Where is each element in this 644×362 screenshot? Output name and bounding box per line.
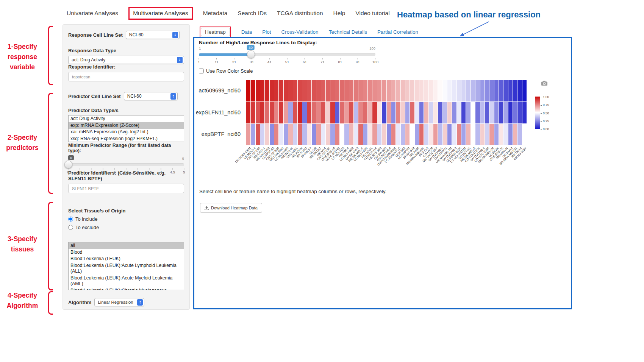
list-option[interactable]: Blood:Leukemia (LEUK):Acute Myeloid Leuk… <box>69 275 184 287</box>
heatmap-cell[interactable] <box>312 102 316 123</box>
heatmap-cell[interactable] <box>461 124 466 145</box>
heatmap-cell[interactable] <box>433 80 438 101</box>
heatmap-cell[interactable] <box>480 80 485 101</box>
heatmap-cell[interactable] <box>377 102 381 123</box>
heatmap-cell[interactable] <box>513 102 517 123</box>
heatmap-cell[interactable] <box>335 80 339 101</box>
heatmap-cell[interactable] <box>256 80 260 101</box>
heatmap-cell[interactable] <box>372 124 377 145</box>
heatmap-cell[interactable] <box>363 124 367 145</box>
heatmap-cell[interactable] <box>368 80 372 101</box>
heatmap-cell[interactable] <box>270 102 274 123</box>
heatmap-cell[interactable] <box>396 124 400 145</box>
heatmap-cell[interactable] <box>288 80 292 101</box>
predictor-data-type-list[interactable]: act: Drug Activityexp: mRNA Expression (… <box>68 115 184 142</box>
heatmap-cell[interactable] <box>372 80 377 101</box>
heatmap-cell[interactable] <box>344 124 349 145</box>
heatmap-cell[interactable] <box>251 124 255 145</box>
heatmap-cell[interactable] <box>340 80 344 101</box>
slider-handle[interactable] <box>64 161 72 169</box>
heatmap-cell[interactable] <box>471 124 475 145</box>
heatmap-cell[interactable] <box>429 124 433 145</box>
heatmap-cell[interactable] <box>522 102 527 123</box>
list-option[interactable]: xsq: RNA-seq Expression (log2 FPKM+1.) <box>69 136 184 142</box>
heatmap-cell[interactable] <box>513 80 517 101</box>
heatmap-cell[interactable] <box>485 80 489 101</box>
slider-track[interactable] <box>199 53 375 56</box>
heatmap-cell[interactable] <box>298 102 302 123</box>
heatmap-cell[interactable] <box>321 80 325 101</box>
heatmap-cell[interactable] <box>316 80 320 101</box>
heatmap-cell[interactable] <box>522 80 527 101</box>
heatmap-cell[interactable] <box>326 124 330 145</box>
slider-track[interactable] <box>68 163 184 166</box>
heatmap-cell[interactable] <box>452 124 456 145</box>
heatmap-cell[interactable] <box>517 80 522 101</box>
tissue-exclude-option[interactable]: To exclude <box>68 225 184 230</box>
list-option[interactable]: Blood:Leukemia (LEUK):Chronic Myelogenou… <box>69 287 184 290</box>
heatmap-cell[interactable] <box>489 80 494 101</box>
heatmap-row-label[interactable]: expSLFN11_nci60 <box>194 109 244 115</box>
heatmap-cell[interactable] <box>466 80 470 101</box>
predictor-cell-line-set-select[interactable]: NCI-60 ▲▼ <box>124 92 178 100</box>
heatmap-cell[interactable] <box>475 124 480 145</box>
heatmap-cell[interactable] <box>461 80 466 101</box>
heatmap-cell[interactable] <box>391 124 395 145</box>
camera-icon[interactable] <box>541 80 548 87</box>
response-identifier-input[interactable] <box>68 72 184 81</box>
heatmap-cell[interactable] <box>349 80 353 101</box>
heatmap-cell[interactable] <box>415 124 419 145</box>
heatmap-cell[interactable] <box>405 80 410 101</box>
heatmap-cell[interactable] <box>480 102 485 123</box>
heatmap-cell[interactable] <box>424 102 428 123</box>
heatmap-cell[interactable] <box>293 80 297 101</box>
list-option[interactable]: act: Drug Activity <box>69 115 184 122</box>
heatmap-cell[interactable] <box>349 102 353 123</box>
heatmap-cell[interactable] <box>302 80 306 101</box>
heatmap-cell[interactable] <box>438 102 442 123</box>
heatmap-cell[interactable] <box>312 124 316 145</box>
download-heatmap-button[interactable]: Download Heatmap Data <box>200 203 262 213</box>
heatmap-cell[interactable] <box>307 102 311 123</box>
heatmap-cell[interactable] <box>382 124 386 145</box>
heatmap-cell[interactable] <box>246 80 250 101</box>
row-color-scale-option[interactable]: Use Row Color Scale <box>199 68 253 74</box>
heatmap-cell[interactable] <box>396 80 400 101</box>
heatmap-cell[interactable] <box>260 124 264 145</box>
heatmap-cell[interactable] <box>429 80 433 101</box>
heatmap-cell[interactable] <box>471 80 475 101</box>
heatmap-cell[interactable] <box>419 80 424 101</box>
nav-item-multivariate-analyses[interactable]: Multivariate Analyses <box>133 10 188 17</box>
list-option[interactable]: exp: mRNA Expression (Z-Score) <box>69 122 184 129</box>
heatmap-cell[interactable] <box>475 80 480 101</box>
heatmap-cell[interactable] <box>522 124 527 145</box>
heatmap-cell[interactable] <box>363 102 367 123</box>
heatmap-cell[interactable] <box>316 124 320 145</box>
tab-data[interactable]: Data <box>241 29 252 35</box>
heatmap-cell[interactable] <box>457 124 461 145</box>
heatmap-cell[interactable] <box>499 124 503 145</box>
heatmap-cell[interactable] <box>270 80 274 101</box>
heatmap-cell[interactable] <box>452 80 456 101</box>
nav-item-video-tutorial[interactable]: Video tutorial <box>355 10 389 17</box>
list-option[interactable]: Blood <box>69 249 184 256</box>
heatmap-cell[interactable] <box>377 80 381 101</box>
heatmap-cell[interactable] <box>433 124 438 145</box>
heatmap-cell[interactable] <box>517 102 522 123</box>
heatmap-cell[interactable] <box>344 102 349 123</box>
predictor-identifiers-input[interactable] <box>68 184 184 193</box>
heatmap-cell[interactable] <box>288 102 292 123</box>
tissue-include-radio[interactable] <box>68 217 73 222</box>
tab-partial-correlation[interactable]: Partial Correlation <box>377 29 418 35</box>
heatmap-cell[interactable] <box>368 124 372 145</box>
heatmap-cell[interactable] <box>302 124 306 145</box>
heatmap-cell[interactable] <box>415 80 419 101</box>
heatmap-cell[interactable] <box>284 80 288 101</box>
heatmap-cell[interactable] <box>424 124 428 145</box>
heatmap-cell[interactable] <box>489 102 494 123</box>
heatmap-cell[interactable] <box>438 124 442 145</box>
heatmap-cell[interactable] <box>466 124 470 145</box>
heatmap-cell[interactable] <box>251 80 255 101</box>
list-option[interactable]: xai: mRNA Expression (Avg. log2 Int.) <box>69 129 184 136</box>
heatmap-cell[interactable] <box>293 102 297 123</box>
